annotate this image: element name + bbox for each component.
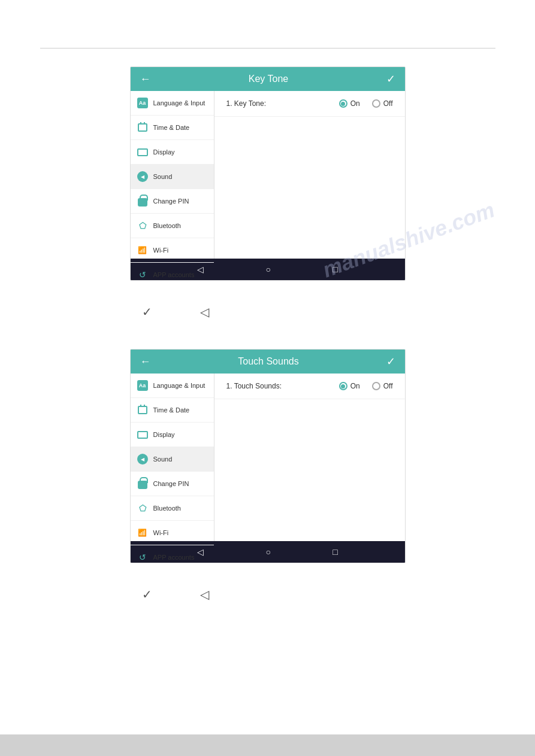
screen2-sidebar-label-wifi: Wi-Fi [153,529,169,536]
screen1-nav-home[interactable]: ○ [266,265,271,274]
screen1-radio-on[interactable]: On [339,99,360,108]
screen2-nav-back[interactable]: ◁ [197,547,204,557]
wifi-icon: 📶 [137,244,149,256]
screen2-touch-sounds-label: 1. Touch Sounds: [226,382,339,390]
screen2-display-icon [137,429,149,441]
screen1-radio-group: On Off [339,99,393,108]
screen1-nav-back[interactable]: ◁ [197,265,204,274]
sidebar-label-app-accounts: APP accounts [153,271,195,278]
screen2-sidebar: Aa Language & Input Time & Date Display [131,374,214,541]
screen1-confirm-button[interactable]: ✓ [386,72,395,86]
screen2-sidebar-item-wifi[interactable]: 📶 Wi-Fi [131,521,214,545]
sidebar-label-wifi: Wi-Fi [153,247,169,254]
screen1-radio-on-circle[interactable] [339,99,347,108]
screen2-sidebar-item-language-input[interactable]: Aa Language & Input [131,374,214,398]
screen2-back-button[interactable]: ← [140,356,151,368]
screen2-annotation-check: ✓ [142,587,152,602]
screen2-sidebar-item-sound[interactable]: Sound [131,447,214,472]
sidebar-label-display: Display [153,148,175,156]
screen2-nav-home[interactable]: ○ [266,547,271,557]
bluetooth-icon: ⬠ [137,220,149,232]
sidebar-label-sound: Sound [153,173,173,180]
screen1-key-tone-row: 1. Key Tone: On Off [214,91,405,117]
screen1-key-tone-label: 1. Key Tone: [226,99,339,108]
screen2-annotation-back: ◁ [200,587,209,602]
screen2-radio-group: On Off [339,382,393,390]
screen2-refresh-icon: ↺ [137,551,149,563]
screen2-radio-on[interactable]: On [339,382,360,390]
top-divider [40,48,495,48]
screen2-sidebar-item-time-date[interactable]: Time & Date [131,398,214,423]
refresh-icon: ↺ [137,269,149,281]
screen1-radio-off[interactable]: Off [372,99,393,108]
bottom-bar [0,734,535,756]
screen2-calendar-icon [137,404,149,416]
screen2-wifi-icon: 📶 [137,527,149,539]
sidebar-label-language-input: Language & Input [153,99,205,107]
screen2-sidebar-item-bluetooth[interactable]: ⬠ Bluetooth [131,496,214,521]
screen1-sidebar: Aa Language & Input Time & Date Display [131,91,214,259]
screen2-nav-recent[interactable]: □ [333,547,337,557]
screen2-header: ← Touch Sounds ✓ [131,350,405,374]
screen1-content-area: Aa Language & Input Time & Date Display [131,91,405,259]
screen2-lock-icon [137,478,149,490]
lang-icon: Aa [137,97,149,109]
sidebar-item-sound[interactable]: Sound [131,165,214,189]
screen1-annotation-check: ✓ [142,305,152,319]
screen1-radio-off-label: Off [383,99,393,108]
screen2-sidebar-item-change-pin[interactable]: Change PIN [131,472,214,496]
screen2-sidebar-label-display: Display [153,431,175,438]
sidebar-label-time-date: Time & Date [153,124,190,131]
sidebar-item-bluetooth[interactable]: ⬠ Bluetooth [131,214,214,238]
sidebar-label-bluetooth: Bluetooth [153,222,181,229]
screen2-touch-sounds: ← Touch Sounds ✓ Aa Language & Input Tim… [130,349,406,563]
sound-icon [137,171,149,183]
screen2-radio-on-label: On [350,382,360,390]
screen1-nav-recent[interactable]: □ [333,265,337,274]
screen2-sidebar-label-language-input: Language & Input [153,382,205,389]
screen2-sidebar-label-app-accounts: APP accounts [153,554,195,561]
screen1-annotation-row: ✓ ◁ [130,299,406,325]
screen2-main-content: 1. Touch Sounds: On Off [214,374,405,541]
sidebar-item-display[interactable]: Display [131,140,214,165]
display-icon [137,146,149,158]
sidebar-item-wifi[interactable]: 📶 Wi-Fi [131,238,214,263]
screen2-sidebar-label-bluetooth: Bluetooth [153,505,181,512]
screen1-radio-on-label: On [350,99,360,108]
screen2-annotation-row: ✓ ◁ [130,581,406,608]
screen2-sound-icon [137,453,149,465]
screen2-bluetooth-icon: ⬠ [137,502,149,514]
screen2-sidebar-label-change-pin: Change PIN [153,480,189,487]
screen2-content-area: Aa Language & Input Time & Date Display [131,374,405,541]
screen2-title: Touch Sounds [151,356,386,367]
screen2-sidebar-label-time-date: Time & Date [153,406,190,414]
sidebar-item-time-date[interactable]: Time & Date [131,116,214,140]
screen1-title: Key Tone [151,74,386,84]
lock-icon [137,195,149,207]
screen1-main-content: 1. Key Tone: On Off [214,91,405,259]
screen2-confirm-button[interactable]: ✓ [386,355,395,368]
sidebar-label-change-pin: Change PIN [153,198,189,205]
screen2-radio-off-label: Off [383,382,393,390]
sidebar-item-language-input[interactable]: Aa Language & Input [131,91,214,116]
screen1-radio-off-circle[interactable] [372,99,380,108]
screen2-radio-on-circle[interactable] [339,382,347,390]
screen2-radio-off-circle[interactable] [372,382,380,390]
screen1-key-tone: ← Key Tone ✓ Aa Language & Input Time & … [130,66,406,281]
screen2-sidebar-label-sound: Sound [153,456,173,463]
sidebar-item-change-pin[interactable]: Change PIN [131,189,214,214]
screen2-radio-off[interactable]: Off [372,382,393,390]
screen1-header: ← Key Tone ✓ [131,67,405,91]
screen2-sidebar-item-display[interactable]: Display [131,423,214,447]
screen2-touch-sounds-row: 1. Touch Sounds: On Off [214,374,405,399]
screen2-lang-icon: Aa [137,379,149,391]
screen1-annotation-back: ◁ [200,305,209,319]
screen1-back-button[interactable]: ← [140,73,151,86]
calendar-icon [137,122,149,133]
